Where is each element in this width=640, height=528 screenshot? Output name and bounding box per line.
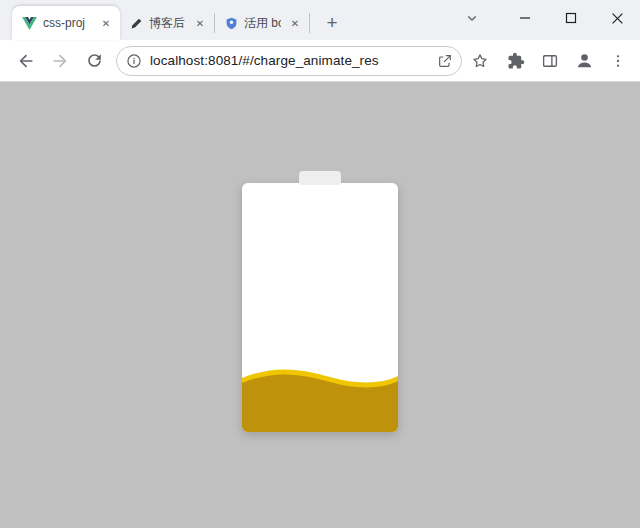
- menu-dots-icon[interactable]: [602, 45, 634, 77]
- extensions-puzzle-icon[interactable]: [500, 45, 532, 77]
- tab-close-icon[interactable]: ✕: [287, 15, 303, 31]
- site-info-icon[interactable]: [126, 53, 142, 69]
- tab-close-icon[interactable]: ✕: [98, 15, 114, 31]
- url-text[interactable]: localhost:8081/#/charge_animate_res: [150, 53, 429, 68]
- profile-avatar-icon[interactable]: [568, 45, 600, 77]
- address-bar[interactable]: localhost:8081/#/charge_animate_res: [116, 46, 462, 76]
- tab-title: css-proj: [43, 16, 92, 30]
- browser-toolbar: localhost:8081/#/charge_animate_res: [0, 40, 640, 82]
- vue-logo-icon: [22, 17, 37, 30]
- close-icon[interactable]: [594, 0, 640, 36]
- tab-title: 博客后台: [149, 15, 186, 32]
- bookmark-star-icon[interactable]: [464, 45, 496, 77]
- tab-strip: css-proj ✕ 博客后台 ✕ 活用 bor ✕ +: [0, 0, 640, 40]
- tab-separator: [309, 13, 310, 33]
- maximize-icon[interactable]: [548, 0, 594, 36]
- tab-search-chevron-icon[interactable]: [458, 4, 486, 32]
- tab-blog-admin[interactable]: 博客后台 ✕: [120, 6, 214, 40]
- window-controls: [458, 0, 640, 36]
- blue-shield-logo-icon: [225, 17, 238, 30]
- tab-title: 活用 bor: [244, 15, 281, 32]
- forward-icon[interactable]: [44, 45, 76, 77]
- battery-charge-fill: [242, 366, 398, 432]
- charge-wave: [242, 366, 398, 432]
- reload-icon[interactable]: [78, 45, 110, 77]
- page-content: [0, 82, 640, 528]
- battery-cap: [299, 171, 341, 185]
- tab-css-project[interactable]: css-proj ✕: [12, 6, 120, 40]
- tab-border-demo[interactable]: 活用 bor ✕: [215, 6, 309, 40]
- pen-logo-icon: [130, 17, 143, 30]
- tab-separator: [214, 13, 215, 33]
- share-icon[interactable]: [437, 53, 453, 69]
- minimize-icon[interactable]: [502, 0, 548, 36]
- battery-graphic: [242, 183, 398, 432]
- new-tab-button[interactable]: +: [318, 9, 346, 37]
- back-icon[interactable]: [10, 45, 42, 77]
- browser-window: css-proj ✕ 博客后台 ✕ 活用 bor ✕ +: [0, 0, 640, 528]
- tab-close-icon[interactable]: ✕: [192, 15, 208, 31]
- side-panel-icon[interactable]: [534, 45, 566, 77]
